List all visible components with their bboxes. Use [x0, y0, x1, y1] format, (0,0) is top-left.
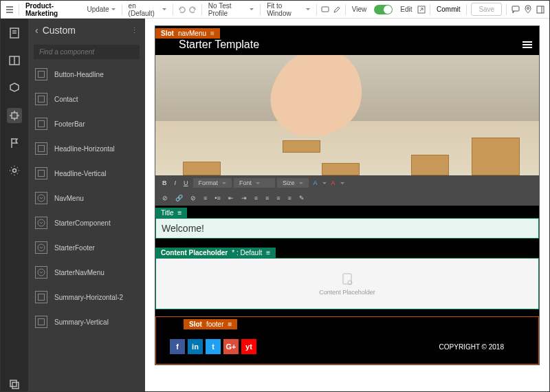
- preview-icon[interactable]: [417, 5, 426, 14]
- page-template[interactable]: SlotnavMenu≡ Starter Template B I U Form…: [155, 25, 540, 365]
- rte-ol-icon[interactable]: ≡: [201, 193, 210, 203]
- slot-menu-icon[interactable]: ≡: [210, 30, 214, 37]
- edit-pencil-icon[interactable]: [332, 5, 341, 14]
- rich-text-toolbar: B I U Format Font Size A A ⊘ 🔗 ⊘ ≡ •≡ ⇤ …: [155, 175, 539, 206]
- svg-rect-2: [512, 6, 519, 11]
- social-icon[interactable]: in: [188, 339, 203, 354]
- rte-unlink-icon[interactable]: ⊘: [188, 193, 199, 203]
- redo-icon[interactable]: [188, 5, 197, 14]
- rte-size-dropdown[interactable]: Size: [277, 178, 309, 188]
- component-item[interactable]: Summary-Horizontal-2: [28, 285, 145, 309]
- social-icon[interactable]: t: [206, 339, 221, 354]
- component-label: Button-Headline: [54, 71, 104, 78]
- hamburger-icon[interactable]: [522, 41, 532, 48]
- svg-rect-0: [322, 7, 329, 12]
- component-icon: [35, 266, 47, 279]
- rte-center-icon[interactable]: ≡: [263, 193, 272, 203]
- component-item[interactable]: Summary-Vertical: [28, 309, 145, 334]
- svg-point-21: [38, 244, 45, 251]
- copyright-text: COPYRIGHT © 2018: [439, 343, 504, 351]
- rte-right-icon[interactable]: ≡: [274, 193, 283, 203]
- component-label: StarterFooter: [54, 244, 95, 252]
- svg-point-3: [527, 7, 529, 9]
- sidebar-title: Custom: [43, 25, 76, 36]
- location-icon[interactable]: [523, 5, 533, 14]
- fit-dropdown[interactable]: Fit to Window: [265, 1, 312, 19]
- title-input[interactable]: Welcome!: [155, 218, 539, 239]
- content-placeholder[interactable]: Content Placeholder: [155, 258, 539, 309]
- rte-color-icon[interactable]: A: [311, 178, 320, 188]
- component-label: StarterComponent: [54, 219, 111, 227]
- rte-ul-icon[interactable]: •≡: [212, 193, 223, 203]
- profile-dropdown[interactable]: No Test Profile: [206, 1, 256, 19]
- social-icon[interactable]: G+: [223, 339, 239, 354]
- component-icon: [35, 118, 47, 130]
- rte-italic-icon[interactable]: I: [172, 178, 179, 188]
- svg-rect-18: [12, 382, 19, 389]
- title-chip[interactable]: Title≡: [155, 208, 187, 218]
- component-icon: [35, 167, 47, 179]
- rte-bold-icon[interactable]: B: [160, 178, 170, 188]
- rail-components-icon[interactable]: [7, 108, 22, 123]
- component-item[interactable]: StarterFooter: [28, 235, 145, 260]
- component-item[interactable]: StarterComponent: [28, 210, 145, 235]
- rte-outdent-icon[interactable]: ⇤: [226, 193, 236, 203]
- edit-label: Edit: [398, 4, 414, 14]
- social-icon[interactable]: yt: [241, 339, 256, 354]
- social-icon[interactable]: f: [170, 339, 185, 354]
- rail-assets-icon[interactable]: [7, 80, 22, 96]
- comment-icon[interactable]: [511, 5, 520, 14]
- component-icon: [35, 192, 47, 204]
- panel-icon[interactable]: [536, 5, 545, 14]
- back-icon[interactable]: ‹: [35, 25, 38, 36]
- rail-flag-icon[interactable]: [7, 135, 22, 151]
- rail-settings-icon[interactable]: [7, 163, 22, 178]
- sidebar-more-icon[interactable]: ⋮: [131, 26, 138, 35]
- top-toolbar: Product-Marketing Update en (Default) No…: [1, 1, 549, 19]
- svg-point-16: [13, 169, 16, 173]
- rte-left-icon[interactable]: ≡: [252, 193, 261, 203]
- component-icon: [35, 241, 47, 254]
- component-label: Summary-Vertical: [54, 318, 109, 326]
- save-button[interactable]: Save: [471, 3, 502, 16]
- slot-nav-chip[interactable]: SlotnavMenu≡: [155, 28, 220, 39]
- menu-icon[interactable]: [5, 5, 14, 14]
- device-icon[interactable]: [321, 5, 330, 14]
- rail-layout-icon[interactable]: [7, 53, 22, 68]
- rte-font-dropdown[interactable]: Font: [234, 178, 275, 188]
- component-label: Contact: [54, 96, 78, 103]
- rail-copy-icon[interactable]: [7, 377, 22, 392]
- rte-underline-icon[interactable]: U: [181, 178, 191, 188]
- component-item[interactable]: Headline-Horizontal: [28, 136, 145, 161]
- rte-format-dropdown[interactable]: Format: [193, 178, 232, 188]
- view-edit-toggle[interactable]: [374, 5, 393, 14]
- component-item[interactable]: FooterBar: [28, 111, 145, 136]
- rte-source-icon[interactable]: ✎: [296, 193, 307, 203]
- component-search-input[interactable]: [34, 45, 140, 59]
- svg-point-20: [38, 219, 45, 226]
- project-name[interactable]: Product-Marketing: [23, 1, 82, 19]
- slot-footer-chip[interactable]: Slotfooter≡: [184, 319, 237, 329]
- component-item[interactable]: Contact: [28, 87, 145, 111]
- locale-dropdown[interactable]: en (Default): [126, 1, 168, 19]
- component-icon: [35, 217, 47, 229]
- rte-indent-icon[interactable]: ⇥: [239, 193, 250, 203]
- rte-clear-icon[interactable]: ⊘: [160, 193, 170, 203]
- canvas-area: SlotnavMenu≡ Starter Template B I U Form…: [145, 19, 549, 392]
- component-item[interactable]: StarterNavMenu: [28, 260, 145, 285]
- component-item[interactable]: Headline-Vertical: [28, 161, 145, 186]
- mode-dropdown[interactable]: Update: [85, 4, 117, 14]
- component-item[interactable]: Button-Headline: [28, 62, 145, 87]
- component-item[interactable]: NavMenu: [28, 186, 145, 210]
- svg-rect-4: [537, 6, 544, 13]
- ph-chip-menu-icon[interactable]: ≡: [266, 249, 270, 257]
- rte-link-icon[interactable]: 🔗: [173, 193, 186, 203]
- title-chip-menu-icon[interactable]: ≡: [178, 209, 182, 217]
- rte-bgcolor-icon[interactable]: A: [329, 178, 338, 188]
- commit-button[interactable]: Commit: [434, 4, 462, 14]
- slot-footer-menu-icon[interactable]: ≡: [228, 320, 232, 328]
- undo-icon[interactable]: [177, 5, 186, 14]
- rail-page-icon[interactable]: [7, 25, 22, 41]
- rte-justify-icon[interactable]: ≡: [285, 193, 294, 203]
- placeholder-chip[interactable]: Content Placeholder* : Default≡: [155, 248, 276, 258]
